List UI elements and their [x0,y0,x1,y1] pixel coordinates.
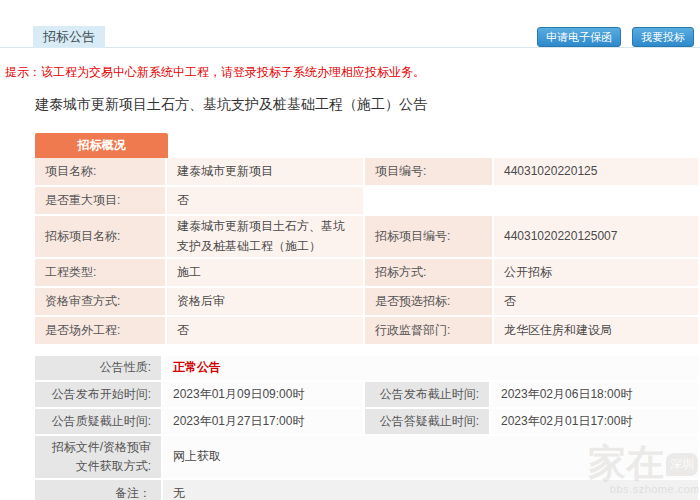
apply-e-guarantee-label: 申请电子保函 [546,30,612,45]
field-label-offsite-project: 是否场外工程: [35,317,165,344]
field-value-tender-project-name: 建泰城市更新项目土石方、基坑支护及桩基础工程（施工） [167,216,363,257]
field-value-qualification-review: 资格后审 [167,288,363,315]
page-title: 建泰城市更新项目土石方、基坑支护及桩基础工程（施工）公告 [35,96,427,114]
field-value-project-type: 施工 [167,259,363,286]
field-label-project-name: 项目名称: [35,158,165,185]
header-divider [0,47,700,48]
empty-cell [494,187,698,214]
field-label-tender-project-no: 招标项目编号: [365,216,492,257]
overview-table: 项目名称: 建泰城市更新项目 项目编号: 44031020220125 是否重大… [35,158,698,344]
field-label-project-type: 工程类型: [35,259,165,286]
tab-bid-overview[interactable]: 招标概况 [35,133,168,158]
field-value-major-project: 否 [167,187,363,214]
field-label-announce-nature: 公告性质: [35,356,161,380]
field-label-qualification-review: 资格审查方式: [35,288,165,315]
bid-announcement-page: 招标公告 申请电子保函 我要投标 提示：该工程为交易中心新系统中工程，请登录投标… [0,0,700,500]
field-label-publish-end: 公告发布截止时间: [365,382,489,407]
field-label-query-deadline: 公告质疑截止时间: [35,409,161,434]
field-value-remark: 无 [163,480,698,500]
tab-bid-announcement[interactable]: 招标公告 [33,26,105,48]
field-label-publish-start: 公告发布开始时间: [35,382,161,407]
announcement-table: 公告性质: 正常公告 公告发布开始时间: 2023年01月09日09:00时 公… [35,356,698,500]
field-value-publish-end: 2023年02月06日18:00时 [491,382,698,407]
field-label-tender-project-name: 招标项目名称: [35,216,165,257]
field-value-announce-nature: 正常公告 [163,356,698,380]
field-value-preselection: 否 [494,288,698,315]
field-label-doc-obtain: 招标文件/资格预审文件获取方式: [35,436,161,478]
field-value-publish-start: 2023年01月09日09:00时 [163,382,363,407]
field-value-tender-method: 公开招标 [494,259,698,286]
field-label-tender-method: 招标方式: [365,259,492,286]
field-label-preselection: 是否预选招标: [365,288,492,315]
field-label-supervision-dept: 行政监督部门: [365,317,492,344]
bid-now-label: 我要投标 [641,30,685,45]
field-value-project-name: 建泰城市更新项目 [167,158,363,185]
field-value-query-deadline: 2023年01月27日17:00时 [163,409,363,434]
field-label-reply-deadline: 公告答疑截止时间: [365,409,489,434]
tab-label: 招标公告 [43,28,95,46]
tab-bid-overview-label: 招标概况 [78,137,126,154]
field-value-tender-project-no: 44031020220125007 [494,216,698,257]
field-value-project-no: 44031020220125 [494,158,698,185]
bid-now-button[interactable]: 我要投标 [632,27,694,47]
field-value-offsite-project: 否 [167,317,363,344]
apply-e-guarantee-button[interactable]: 申请电子保函 [537,27,621,47]
empty-cell [365,187,492,214]
field-value-supervision-dept: 龙华区住房和建设局 [494,317,698,344]
field-label-remark: 备注： [35,480,161,500]
field-label-major-project: 是否重大项目: [35,187,165,214]
field-value-reply-deadline: 2023年02月01日17:00时 [491,409,698,434]
field-label-project-no: 项目编号: [365,158,492,185]
field-value-doc-obtain: 网上获取 [163,436,698,478]
system-hint-text: 提示：该工程为交易中心新系统中工程，请登录投标子系统办理相应投标业务。 [5,64,425,81]
